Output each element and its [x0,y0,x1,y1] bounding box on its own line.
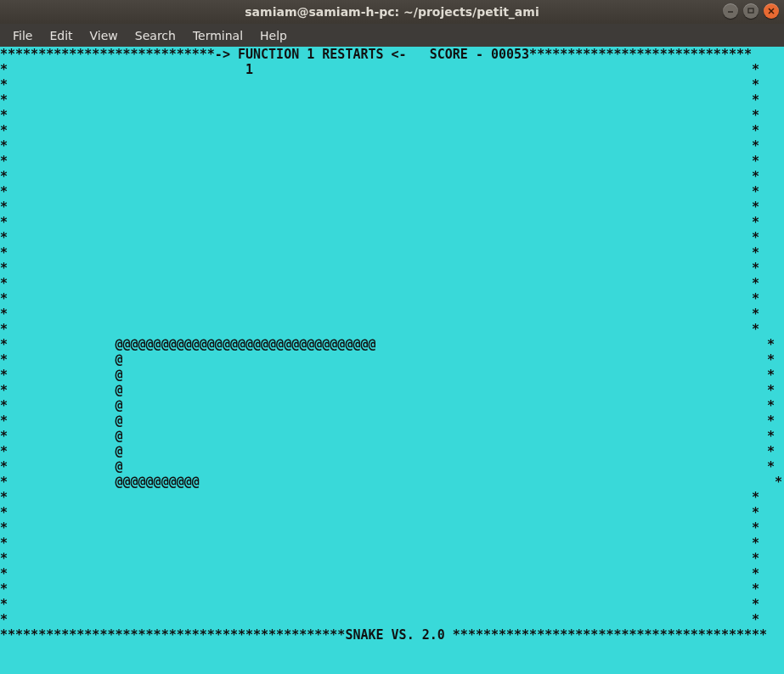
playfield-row: * * [0,612,784,627]
playfield-row: * * [0,230,784,245]
playfield-row: * * [0,154,784,169]
close-icon [767,7,776,15]
menu-view[interactable]: View [82,26,126,45]
playfield-row: * * [0,536,784,551]
snake-row: * @ * [0,398,784,413]
snake-row: * @ * [0,383,784,398]
playfield-row: * * [0,184,784,199]
menu-help[interactable]: Help [252,26,295,45]
playfield-row: * * [0,108,784,123]
game-restarts-line: * 1 * [0,62,784,77]
maximize-button[interactable] [743,3,759,19]
snake-row: * @@@@@@@@@@@@@@@@@@@@@@@@@@@@@@@@@@ * [0,337,784,352]
snake-row: * @ * [0,352,784,368]
playfield-row: * * [0,597,784,612]
window-title: samiam@samiam-h-pc: ~/projects/petit_ami [0,5,784,19]
playfield-row: * * [0,93,784,108]
snake-row: * @ * [0,368,784,383]
menu-edit[interactable]: Edit [42,26,80,45]
playfield-row: * * [0,138,784,154]
menubar: File Edit View Search Terminal Help [0,24,784,47]
svg-rect-1 [748,8,753,13]
minimize-button[interactable] [723,3,738,19]
menu-search[interactable]: Search [127,26,183,45]
playfield-row: * * [0,581,784,597]
playfield-row: * * [0,322,784,337]
minimize-icon [726,7,735,15]
menu-file[interactable]: File [5,26,40,45]
playfield-row: * * [0,566,784,581]
maximize-icon [747,7,755,15]
titlebar: samiam@samiam-h-pc: ~/projects/petit_ami [0,0,784,24]
snake-row: * @ * [0,429,784,444]
snake-row: * @@@@@@@@@@@ * [0,475,784,490]
playfield-row: * * [0,199,784,215]
snake-row: * @ * [0,413,784,429]
terminal-area[interactable]: ****************************-> FUNCTION … [0,47,784,674]
playfield-row: * * [0,551,784,566]
window-controls [723,3,779,19]
game-header: ****************************-> FUNCTION … [0,47,784,62]
playfield-row: * * [0,306,784,322]
playfield-row: * * [0,261,784,276]
playfield-row: * * [0,505,784,520]
close-button[interactable] [764,3,779,19]
playfield-row: * * [0,520,784,536]
game-footer: ****************************************… [0,627,784,643]
terminal-window: samiam@samiam-h-pc: ~/projects/petit_ami… [0,0,784,674]
snake-row: * @ * [0,444,784,459]
menu-terminal[interactable]: Terminal [185,26,251,45]
playfield-row: * * [0,245,784,261]
playfield-row: * * [0,77,784,93]
playfield-row: * * [0,123,784,138]
playfield-row: * * [0,169,784,184]
playfield-row: * * [0,291,784,306]
playfield-row: * * [0,215,784,230]
playfield-row: * * [0,490,784,505]
playfield-row: * * [0,276,784,291]
snake-row: * @ * [0,459,784,475]
